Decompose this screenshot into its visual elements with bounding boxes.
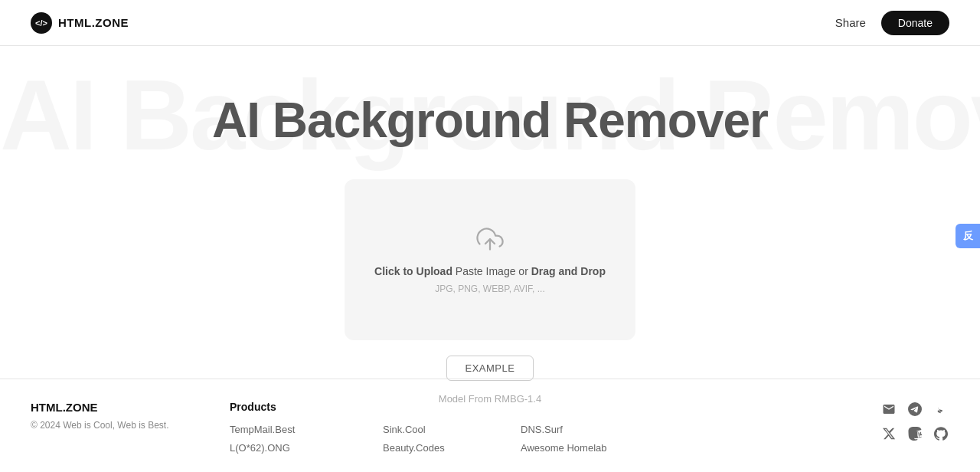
share-button[interactable]: Share [835,16,866,29]
footer-link-homelab[interactable]: Awesome Homelab [521,439,674,457]
donate-button[interactable]: Donate [881,11,949,35]
header-right: Share Donate [835,11,949,35]
footer-link-beauty[interactable]: Beauty.Codes [383,439,521,457]
logo-icon: </> [31,12,52,34]
model-info: Model From RMBG-1.4 [439,393,541,405]
upload-dropzone[interactable]: Click to Upload Paste Image or Drag and … [345,179,635,340]
logo[interactable]: </> HTML.ZONE [31,12,129,34]
header: </> HTML.ZONE Share Donate [0,0,980,46]
main-content: AI Background Remover Click to Upload Pa… [0,46,980,435]
upload-formats: JPG, PNG, WEBP, AVIF, ... [435,284,545,294]
logo-text: HTML.ZONE [58,16,129,29]
footer-link-long[interactable]: L(O*62).ONG [230,439,383,457]
page-title: AI Background Remover [212,92,768,149]
example-button[interactable]: EXAMPLE [446,356,534,381]
upload-title: Click to Upload Paste Image or Drag and … [374,265,606,277]
upload-icon [476,225,504,256]
